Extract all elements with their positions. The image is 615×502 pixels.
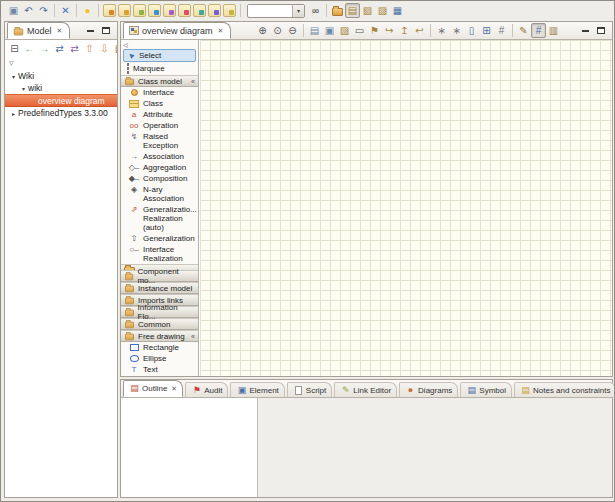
drawer-free-drawing[interactable]: Free drawing«	[121, 330, 198, 342]
fit-width-icon[interactable]: ▯	[464, 23, 479, 38]
maximize-editor-button[interactable]	[595, 25, 607, 36]
new-interface-icon[interactable]	[133, 4, 146, 17]
select-tool[interactable]: ►Select	[123, 49, 196, 62]
grid-icon[interactable]: #	[494, 23, 509, 38]
tree-collapsed-arrow-icon[interactable]: ▸	[9, 110, 18, 117]
class-tool[interactable]: Class	[121, 98, 198, 109]
drawer-pin-icon[interactable]: «	[191, 333, 195, 340]
tree-item-overview-diagram[interactable]: overview diagram	[5, 94, 117, 107]
tree-item-predefinedtypes-3-3-00[interactable]: ▸PredefinedTypes 3.3.00	[5, 107, 117, 119]
drawer-pin-icon[interactable]: «	[191, 78, 195, 85]
model-view-tab[interactable]: Model ✕	[7, 22, 70, 39]
tree-item-wiki[interactable]: ▾Wiki	[5, 70, 117, 82]
tab-script[interactable]: Script	[287, 382, 332, 397]
new-datatype-icon[interactable]	[148, 4, 161, 17]
save-icon[interactable]: ▣	[6, 3, 21, 18]
move-up-icon[interactable]: ⇧	[82, 41, 97, 56]
pencil-style-icon[interactable]: ✎	[516, 23, 531, 38]
new-component-icon[interactable]	[193, 4, 206, 17]
model-browser-toggle-icon[interactable]: ▤	[345, 3, 360, 18]
tab-audit[interactable]: ⚑Audit	[185, 382, 228, 397]
tab-outline[interactable]: ▤Outline✕	[123, 380, 183, 397]
aggregation-tool[interactable]: ◇‒Aggregation	[121, 162, 198, 173]
tab-diagrams[interactable]: ●Diagrams	[399, 382, 458, 397]
configuration-icon[interactable]: ✕	[58, 3, 73, 18]
tab-element[interactable]: ▣Element	[230, 382, 284, 397]
tab-symbol[interactable]: ▤Symbol	[460, 382, 512, 397]
new-package-icon[interactable]	[103, 4, 116, 17]
generalization-tool[interactable]: ⇧Generalization	[121, 233, 198, 244]
tree-item-wiki[interactable]: ▾wiki	[5, 82, 117, 94]
search-combo-input[interactable]	[248, 5, 292, 16]
new-class-icon[interactable]	[118, 4, 131, 17]
interface-realization-tool[interactable]: ○‒InterfaceRealization	[121, 244, 198, 264]
move-down-icon[interactable]: ⇩	[97, 41, 112, 56]
zoom-out-icon[interactable]: ⊖	[285, 23, 300, 38]
minimize-view-button[interactable]	[84, 25, 96, 36]
attribute-tool[interactable]: aAttribute	[121, 109, 198, 120]
minimize-editor-button[interactable]	[579, 25, 591, 36]
zoom-in-icon[interactable]: ⊕	[255, 23, 270, 38]
close-icon[interactable]: ✕	[218, 27, 224, 35]
tree-expanded-arrow-icon[interactable]: ▾	[19, 85, 28, 92]
tree-expanded-arrow-icon[interactable]: ▾	[9, 73, 18, 80]
diagram-canvas[interactable]	[200, 40, 612, 376]
palette-collapse-icon[interactable]: ◁	[123, 41, 128, 48]
search-binoculars-icon[interactable]: ∞	[308, 3, 323, 18]
redo-icon[interactable]: ↷	[36, 3, 51, 18]
outline-content[interactable]	[121, 398, 258, 497]
view-menu-icon[interactable]: ▽	[9, 59, 14, 66]
collapse-all-icon[interactable]: ⊟	[7, 41, 22, 56]
interface-tool[interactable]: Interface	[121, 87, 198, 98]
undo-icon[interactable]: ↶	[21, 3, 36, 18]
open-project-folder-icon[interactable]	[330, 3, 345, 18]
save-diagram-icon[interactable]: ▣	[322, 23, 337, 38]
tab-link-editor[interactable]: ✎Link Editor	[334, 382, 397, 397]
drawer-class-model[interactable]: Class model«	[121, 75, 198, 87]
editor-tab-overview-diagram[interactable]: overview diagram ✕	[123, 22, 231, 39]
quick-search-combo[interactable]: ▾	[247, 4, 305, 18]
print-icon[interactable]: ▤	[307, 23, 322, 38]
edit-links-icon[interactable]: ▨	[375, 3, 390, 18]
nav-forward-icon[interactable]: ↪	[382, 23, 397, 38]
close-icon[interactable]: ✕	[57, 27, 63, 35]
chevron-down-icon[interactable]: ▾	[292, 5, 304, 17]
drawer-instance-model[interactable]: Instance model	[121, 282, 198, 294]
association-tool[interactable]: →Association	[121, 151, 198, 162]
new-enumeration-icon[interactable]	[163, 4, 176, 17]
zoom-actual-icon[interactable]: ⊙	[270, 23, 285, 38]
align-horizontal-icon[interactable]: ∗	[434, 23, 449, 38]
new-usecase-icon[interactable]	[223, 4, 236, 17]
ellipse-tool[interactable]: Ellipse	[121, 353, 198, 364]
export-image-icon[interactable]: ▨	[337, 23, 352, 38]
drawer-component-model[interactable]: Component mo...	[121, 270, 198, 282]
lightbulb-icon[interactable]: ●	[80, 3, 95, 18]
navigate-forward-icon[interactable]: →	[37, 41, 52, 56]
layers-icon[interactable]: ▥	[546, 23, 561, 38]
close-icon[interactable]: ✕	[171, 385, 177, 393]
selection-frame-icon[interactable]: ▭	[352, 23, 367, 38]
matrix-view-icon[interactable]: ▦	[390, 3, 405, 18]
new-signal-icon[interactable]	[178, 4, 191, 17]
marquee-tool[interactable]: Marquee	[123, 62, 196, 75]
line-tool[interactable]: →Line	[121, 375, 198, 376]
tab-notes[interactable]: ▤Notes and constraints	[514, 382, 615, 397]
nav-back-icon[interactable]: ↩	[412, 23, 427, 38]
generalization-auto-tool[interactable]: ⇗Generalizatio...Realization(auto)	[121, 204, 198, 233]
navigate-back-icon[interactable]: ←	[22, 41, 37, 56]
show-flag-icon[interactable]: ⚑	[367, 23, 382, 38]
operation-tool[interactable]: ooOperation	[121, 120, 198, 131]
text-tool[interactable]: TText	[121, 364, 198, 375]
maximize-view-button[interactable]	[100, 25, 112, 36]
drawer-information-flow[interactable]: Information Flo...	[121, 306, 198, 318]
nary-association-tool[interactable]: ◈N-aryAssociation	[121, 184, 198, 204]
search-view-icon[interactable]: ▧	[360, 3, 375, 18]
rectangle-tool[interactable]: Rectangle	[121, 342, 198, 353]
related-elements-icon[interactable]: ⇄	[52, 41, 67, 56]
new-actor-icon[interactable]	[208, 4, 221, 17]
related-links-icon[interactable]: ⇄	[67, 41, 82, 56]
nav-up-icon[interactable]: ↥	[397, 23, 412, 38]
fit-page-icon[interactable]: ⊞	[479, 23, 494, 38]
composition-tool[interactable]: ◆‒Composition	[121, 173, 198, 184]
align-vertical-icon[interactable]: ∗	[449, 23, 464, 38]
